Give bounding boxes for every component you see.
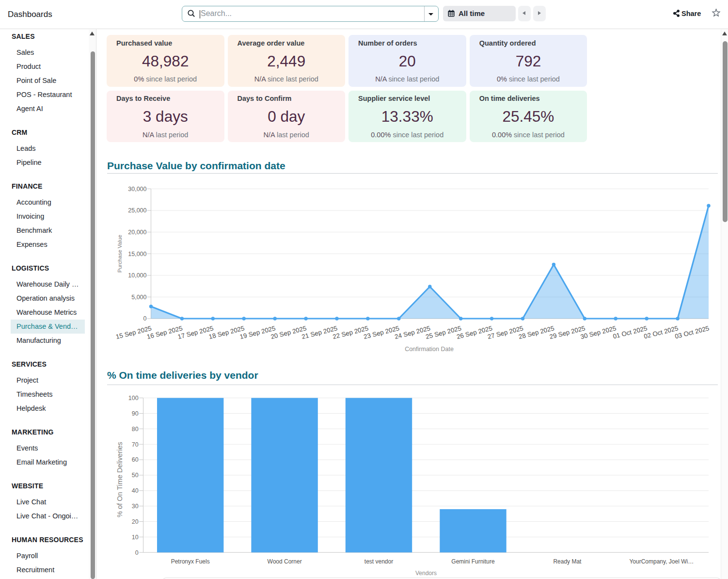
svg-text:15,000: 15,000 xyxy=(128,251,146,257)
svg-text:02 Oct 2025: 02 Oct 2025 xyxy=(643,324,679,340)
svg-text:30,000: 30,000 xyxy=(128,186,146,193)
svg-text:test vendor: test vendor xyxy=(364,558,393,565)
svg-text:Vendors: Vendors xyxy=(415,570,437,577)
svg-text:20: 20 xyxy=(132,518,139,525)
svg-text:25,000: 25,000 xyxy=(128,207,146,214)
svg-text:Gemini Furniture: Gemini Furniture xyxy=(451,558,495,565)
svg-text:18 Sep 2025: 18 Sep 2025 xyxy=(208,324,245,340)
svg-text:50: 50 xyxy=(132,472,139,479)
svg-text:0: 0 xyxy=(135,549,139,556)
svg-text:90: 90 xyxy=(132,410,139,417)
svg-text:20,000: 20,000 xyxy=(128,229,146,236)
svg-text:100: 100 xyxy=(128,395,139,402)
svg-text:Petronyx Fuels: Petronyx Fuels xyxy=(171,558,210,565)
svg-text:40: 40 xyxy=(132,487,139,494)
svg-text:Purchase Value: Purchase Value xyxy=(117,235,123,273)
svg-text:70: 70 xyxy=(132,441,139,448)
svg-text:23 Sep 2025: 23 Sep 2025 xyxy=(363,324,400,340)
svg-text:10,000: 10,000 xyxy=(128,272,146,279)
svg-text:Confirmation Date: Confirmation Date xyxy=(405,346,454,353)
svg-text:30: 30 xyxy=(132,503,139,510)
svg-text:Ready Mat: Ready Mat xyxy=(553,558,582,565)
svg-text:60: 60 xyxy=(132,456,139,463)
svg-text:30 Sep 2025: 30 Sep 2025 xyxy=(580,324,617,340)
svg-text:Wood Corner: Wood Corner xyxy=(268,558,302,565)
svg-text:03 Oct 2025: 03 Oct 2025 xyxy=(674,324,710,340)
svg-text:% of On Time Deliveries: % of On Time Deliveries xyxy=(116,442,124,517)
svg-text:10: 10 xyxy=(132,534,139,541)
svg-text:0: 0 xyxy=(143,315,147,322)
svg-text:80: 80 xyxy=(132,426,139,433)
svg-text:YourCompany, Joel Wi…: YourCompany, Joel Wi… xyxy=(629,558,694,565)
svg-text:5,000: 5,000 xyxy=(131,294,146,301)
svg-text:01 Oct 2025: 01 Oct 2025 xyxy=(612,324,648,340)
